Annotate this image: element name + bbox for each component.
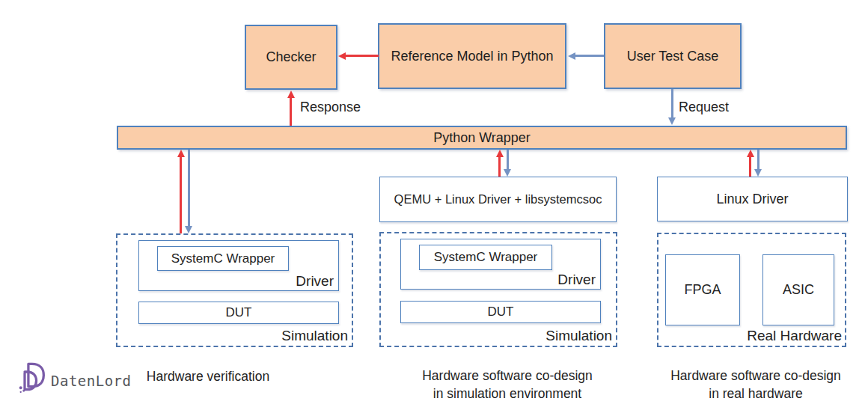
asic-box: ASIC xyxy=(762,254,834,325)
simulation-caption: Simulation xyxy=(281,328,348,344)
reference-model-box: Reference Model in Python xyxy=(378,23,566,89)
asic-label: ASIC xyxy=(783,282,814,298)
reference-model-label: Reference Model in Python xyxy=(391,49,553,64)
dut-box-middle: DUT xyxy=(400,301,601,323)
user-test-case-box: User Test Case xyxy=(604,23,742,89)
dut-label: DUT xyxy=(226,305,252,320)
user-test-case-label: User Test Case xyxy=(627,49,719,64)
arrowhead-down-icon xyxy=(504,169,511,177)
driver-box-middle: SystemC Wrapper Driver xyxy=(400,239,601,290)
datenlord-logo-text: DatenLord xyxy=(51,373,131,389)
dut-box-left: DUT xyxy=(138,302,339,324)
datenlord-logo: DatenLord xyxy=(18,361,131,397)
request-label: Request xyxy=(679,100,729,115)
systemc-wrapper-box-left: SystemC Wrapper xyxy=(157,246,289,271)
linux-driver-label: Linux Driver xyxy=(716,192,788,207)
real-hardware-caption: Real Hardware xyxy=(747,328,842,344)
diagram-canvas: Checker Reference Model in Python User T… xyxy=(0,0,868,416)
fpga-label: FPGA xyxy=(684,282,721,298)
python-wrapper-bar: Python Wrapper xyxy=(117,126,847,150)
checker-box: Checker xyxy=(245,25,337,90)
arrowhead-down-icon xyxy=(754,169,762,177)
simulation-caption: Simulation xyxy=(545,328,612,344)
checker-label: Checker xyxy=(266,49,316,65)
driver-box-left: SystemC Wrapper Driver xyxy=(138,240,339,291)
qemu-box: QEMU + Linux Driver + libsystemcsoc xyxy=(379,177,617,222)
datenlord-logo-icon xyxy=(18,361,45,397)
real-hardware-group: FPGA ASIC Real Hardware xyxy=(657,233,846,347)
caption-codesign-real-hw: Hardware software co-design in real hard… xyxy=(644,367,868,403)
caption-codesign-simulation: Hardware software co-design in simulatio… xyxy=(395,367,620,403)
fpga-box: FPGA xyxy=(665,254,740,325)
simulation-group-middle: SystemC Wrapper Driver DUT Simulation xyxy=(379,232,617,347)
systemc-wrapper-label: SystemC Wrapper xyxy=(171,251,275,266)
response-label: Response xyxy=(300,100,361,115)
systemc-wrapper-label: SystemC Wrapper xyxy=(434,250,538,265)
qemu-label: QEMU + Linux Driver + libsystemcsoc xyxy=(394,192,602,207)
driver-label: Driver xyxy=(557,272,596,288)
linux-driver-box: Linux Driver xyxy=(657,177,848,221)
arrowhead-down-icon xyxy=(185,226,192,233)
simulation-group-left: SystemC Wrapper Driver DUT Simulation xyxy=(116,233,353,347)
arrowhead-down-icon xyxy=(668,117,676,125)
dut-label: DUT xyxy=(488,305,514,319)
python-wrapper-label: Python Wrapper xyxy=(433,130,531,146)
systemc-wrapper-box-middle: SystemC Wrapper xyxy=(419,245,552,270)
driver-label: Driver xyxy=(296,273,334,290)
